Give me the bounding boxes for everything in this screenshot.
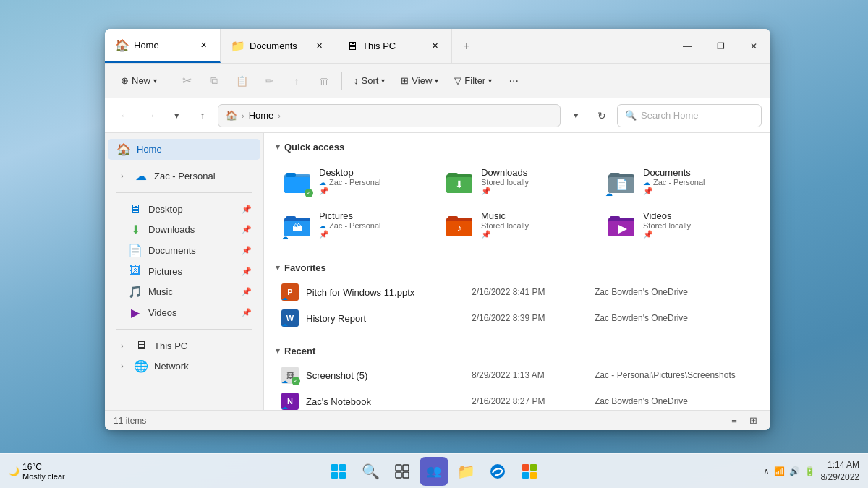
- quick-access-music[interactable]: ♪ Music Stored locally 📌: [438, 205, 597, 245]
- weather-detail: Mostly clear: [22, 472, 65, 481]
- wifi-icon: 📶: [774, 466, 785, 476]
- view-icon: ⊞: [401, 75, 409, 86]
- minimize-button[interactable]: —: [671, 29, 704, 64]
- new-button[interactable]: ⊕ New ▾: [114, 71, 164, 90]
- sidebar-item-desktop[interactable]: 🖥 Desktop 📌: [108, 199, 260, 219]
- taskbar-search-button[interactable]: 🔍: [356, 457, 385, 486]
- notebook-cloud-badge: ☁: [280, 403, 289, 410]
- paste-button[interactable]: 📋: [229, 68, 255, 94]
- view-chevron: ▾: [435, 77, 438, 85]
- sidebar-item-music[interactable]: 🎵 Music 📌: [108, 281, 260, 302]
- breadcrumb-bar[interactable]: 🏠 › Home ›: [218, 104, 561, 127]
- up-button[interactable]: ↑: [192, 105, 213, 127]
- more-icon: ···: [509, 74, 519, 87]
- explorer-taskbar-button[interactable]: 📁: [451, 457, 480, 486]
- list-item-notebook[interactable]: N ☁ Zac's Notebook 2/16/2022 8:27 PM Zac…: [276, 388, 759, 410]
- system-tray[interactable]: ∧ 📶 🔊 🔋: [763, 466, 815, 476]
- quick-access-label: Quick access: [284, 142, 344, 153]
- music-item-location: Stored locally: [481, 221, 529, 230]
- share-icon: ↑: [294, 75, 299, 87]
- list-item-pitch[interactable]: P ☁ Pitch for Windows 11.pptx 2/16/2022 …: [276, 279, 759, 305]
- pictures-pin: 📌: [319, 230, 427, 239]
- sidebar-item-home[interactable]: 🏠 Home: [108, 139, 260, 160]
- sort-button[interactable]: ↕ Sort ▾: [346, 71, 392, 90]
- pictures-item-info: Pictures ☁ Zac - Personal 📌: [319, 210, 427, 239]
- desktop-pin-icon: 📌: [242, 205, 252, 214]
- breadcrumb-arrow: ›: [278, 111, 281, 120]
- tab-home[interactable]: 🏠 Home ✕: [105, 29, 221, 63]
- pictures-pin-icon: 📌: [242, 267, 252, 276]
- sidebar-item-documents[interactable]: 📄 Documents 📌: [108, 240, 260, 261]
- recent-locations-button[interactable]: ▾: [166, 105, 187, 127]
- documents-tab-close[interactable]: ✕: [312, 40, 326, 53]
- sidebar-this-pc-label: This PC: [154, 341, 252, 351]
- quick-access-documents[interactable]: 📄 ☁ Documents ☁ Zac - Personal 📌: [600, 161, 759, 202]
- share-button[interactable]: ↑: [284, 68, 310, 94]
- store-button[interactable]: [515, 457, 544, 486]
- list-item-history[interactable]: W ☁ History Report 2/16/2022 8:39 PM Zac…: [276, 305, 759, 331]
- favorites-header[interactable]: ▾ Favorites: [264, 254, 770, 279]
- this-pc-tab-close[interactable]: ✕: [428, 40, 441, 53]
- favorites-chevron: ▾: [276, 263, 280, 273]
- sidebar-item-pictures[interactable]: 🖼 Pictures 📌: [108, 261, 260, 281]
- quick-access-downloads[interactable]: ⬇ Downloads Stored locally 📌: [438, 161, 597, 202]
- taskview-button[interactable]: [388, 457, 417, 486]
- search-box[interactable]: 🔍 Search Home: [617, 104, 762, 127]
- refresh-button[interactable]: ↻: [591, 105, 613, 127]
- tab-this-pc[interactable]: 🖥 This PC ✕: [336, 29, 452, 63]
- new-icon: ⊕: [121, 75, 129, 86]
- screenshot-date: 8/29/2022 1:13 AM: [472, 370, 587, 380]
- edge-button[interactable]: [483, 457, 512, 486]
- quick-access-desktop[interactable]: ✓ Desktop ☁ Zac - Personal 📌: [276, 161, 435, 202]
- clock[interactable]: 1:14 AM 8/29/2022: [821, 459, 859, 484]
- filter-button[interactable]: ▽ Filter ▾: [447, 71, 499, 90]
- notebook-location: Zac Bowden's OneDrive: [595, 396, 753, 406]
- grid-view-button[interactable]: ⊞: [744, 412, 762, 429]
- list-item-screenshot[interactable]: 🖼 ✓ ☁ Screenshot (5) 8/29/2022 1:13 AM Z…: [276, 362, 759, 388]
- start-button[interactable]: [324, 457, 353, 486]
- screenshot-location: Zac - Personal\Pictures\Screenshots: [595, 370, 753, 380]
- copy-button[interactable]: ⧉: [201, 68, 227, 94]
- desktop-pin: 📌: [319, 187, 427, 196]
- sidebar-item-network[interactable]: › 🌐 Network: [108, 356, 260, 377]
- home-tab-close[interactable]: ✕: [197, 39, 210, 52]
- sound-icon: 🔊: [789, 466, 800, 476]
- quick-access-videos[interactable]: Videos Stored locally 📌: [600, 205, 759, 245]
- quick-access-pictures[interactable]: 🏔 ☁ Pictures ☁ Zac - Personal 📌: [276, 205, 435, 245]
- documents-item-name: Documents: [643, 167, 752, 178]
- favorites-list: P ☁ Pitch for Windows 11.pptx 2/16/2022 …: [264, 279, 770, 337]
- close-button[interactable]: ✕: [737, 29, 770, 64]
- pptx-cloud-badge: ☁: [280, 294, 289, 302]
- more-button[interactable]: ···: [501, 68, 527, 94]
- taskbar-center: 🔍 👥 📁: [324, 457, 544, 486]
- path-dropdown-button[interactable]: ▾: [565, 105, 587, 127]
- tab-documents[interactable]: 📁 Documents ✕: [221, 29, 336, 63]
- teams-button[interactable]: 👥: [420, 457, 448, 486]
- clock-time: 1:14 AM: [821, 459, 859, 471]
- sidebar-item-videos[interactable]: ▶ Videos 📌: [108, 302, 260, 323]
- music-pin: 📌: [481, 230, 590, 239]
- cut-button[interactable]: ✂: [174, 68, 200, 94]
- documents-item-detail: ☁ Zac - Personal: [643, 178, 752, 187]
- desktop-item-location: Zac - Personal: [329, 178, 381, 187]
- new-tab-button[interactable]: +: [452, 29, 481, 63]
- this-pc-tab-icon: 🖥: [346, 40, 358, 53]
- svg-rect-29: [403, 465, 409, 471]
- sidebar-expander-network: ›: [116, 361, 128, 372]
- view-button[interactable]: ⊞ View ▾: [393, 71, 446, 90]
- quick-access-header[interactable]: ▾ Quick access: [264, 133, 770, 158]
- forward-button[interactable]: →: [140, 105, 161, 127]
- rename-button[interactable]: ✏: [256, 68, 282, 94]
- cloud-sidebar-icon: ☁: [134, 169, 148, 183]
- recent-list: 🖼 ✓ ☁ Screenshot (5) 8/29/2022 1:13 AM Z…: [264, 362, 770, 410]
- sidebar-item-this-pc[interactable]: › 🖥 This PC: [108, 335, 260, 356]
- delete-button[interactable]: 🗑: [311, 68, 337, 94]
- svg-rect-14: [286, 216, 296, 221]
- sidebar-item-downloads[interactable]: ⬇ Downloads 📌: [108, 219, 260, 240]
- weather-widget[interactable]: 🌙 16°C Mostly clear: [9, 462, 65, 481]
- list-view-button[interactable]: ≡: [726, 412, 743, 429]
- recent-header[interactable]: ▾ Recent: [264, 337, 770, 362]
- back-button[interactable]: ←: [114, 105, 135, 127]
- sidebar-item-zac-personal[interactable]: › ☁ Zac - Personal: [108, 166, 260, 187]
- maximize-button[interactable]: ❐: [704, 29, 737, 64]
